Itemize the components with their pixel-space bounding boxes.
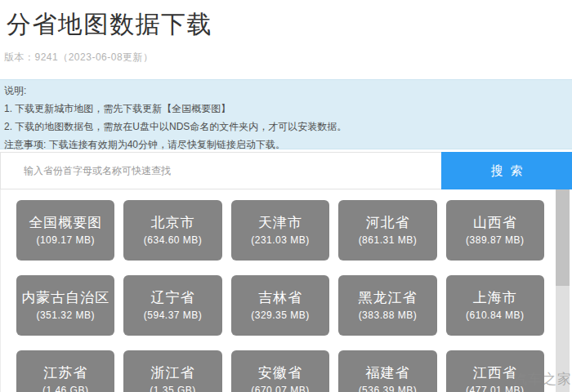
download-tile-size: (389.87 MB) [466,234,525,246]
download-tile-14[interactable]: 江西省 (477.01 MB) [446,350,544,392]
download-tile-0[interactable]: 全国概要图 (109.17 MB) [16,200,114,261]
notice-line-1: 1. 下载更新城市地图，需先下载更新【全国概要图】 [4,100,565,118]
download-tile-size: (634.60 MB) [144,234,203,246]
download-tile-size: (231.03 MB) [251,234,310,246]
download-tile-size: (109.17 MB) [36,234,95,246]
download-tile-name: 全国概要图 [29,215,102,231]
download-tile-3[interactable]: 河北省 (861.31 MB) [338,200,436,261]
scrollbar-thumb[interactable] [556,189,570,286]
download-tile-5[interactable]: 内蒙古自治区 (351.32 MB) [16,275,114,336]
download-tile-size: (477.01 MB) [466,385,525,392]
download-tile-size: (329.35 MB) [251,310,310,321]
download-tile-size: (536.39 MB) [359,385,418,392]
search-button[interactable]: 搜索 [441,152,572,189]
page-title: 分省地图数据下载 [7,8,212,42]
download-tile-9[interactable]: 上海市 (610.84 MB) [446,275,544,336]
download-tile-name: 安徽省 [258,365,302,381]
download-tile-size: (1.46 GB) [42,385,89,392]
download-tile-name: 天津市 [258,215,302,231]
notice-box: 说明: 1. 下载更新城市地图，需先下载更新【全国概要图】 2. 下载的地图数据… [0,79,572,149]
download-tile-name: 浙江省 [151,365,195,381]
download-tile-name: 山西省 [473,215,517,231]
download-tile-8[interactable]: 黑龙江省 (383.88 MB) [338,275,436,336]
download-tile-11[interactable]: 浙江省 (1.35 GB) [123,350,221,392]
scrollbar[interactable] [556,189,570,392]
notice-heading: 说明: [4,82,565,100]
download-tile-13[interactable]: 福建省 (536.39 MB) [338,350,436,392]
download-tile-size: (383.88 MB) [359,310,418,321]
download-tile-name: 江西省 [473,365,517,381]
download-tile-name: 河北省 [365,215,409,231]
download-tile-name: 上海市 [473,290,517,306]
download-tile-10[interactable]: 江苏省 (1.46 GB) [16,350,114,392]
search-input[interactable] [0,152,441,189]
search-bar: 搜索 [0,152,572,189]
notice-line-2: 2. 下载的地图数据包，需放在U盘中以NDS命名的文件夹内，才可以安装数据。 [4,118,565,136]
download-tile-name: 北京市 [151,215,195,231]
download-tile-6[interactable]: 辽宁省 (594.37 MB) [123,275,221,336]
download-tile-4[interactable]: 山西省 (389.87 MB) [446,200,544,261]
download-list: 全国概要图 (109.17 MB) 北京市 (634.60 MB) 天津市 (2… [0,189,572,392]
download-tile-7[interactable]: 吉林省 (329.35 MB) [231,275,329,336]
download-tile-name: 辽宁省 [151,290,195,306]
download-tile-size: (1.35 GB) [150,385,196,392]
download-tile-size: (351.32 MB) [36,310,95,321]
download-tile-size: (861.31 MB) [359,234,418,246]
download-tile-size: (670.07 MB) [251,385,310,392]
download-tile-size: (594.37 MB) [144,310,203,321]
download-tile-name: 江苏省 [43,365,87,381]
download-tile-name: 黑龙江省 [358,290,417,306]
download-grid: 全国概要图 (109.17 MB) 北京市 (634.60 MB) 天津市 (2… [1,189,572,392]
download-tile-name: 内蒙古自治区 [21,290,109,306]
download-tile-name: 吉林省 [258,290,302,306]
version-label: 版本：9241（2023-06-08更新） [4,51,154,65]
download-tile-12[interactable]: 安徽省 (670.07 MB) [231,350,329,392]
notice-line-3: 注意事项: 下载连接有效期为40分钟，请尽快复制链接启动下载。 [4,136,565,154]
download-tile-2[interactable]: 天津市 (231.03 MB) [231,200,329,261]
download-tile-1[interactable]: 北京市 (634.60 MB) [123,200,221,261]
download-tile-name: 福建省 [365,365,409,381]
download-tile-size: (610.84 MB) [466,310,525,321]
